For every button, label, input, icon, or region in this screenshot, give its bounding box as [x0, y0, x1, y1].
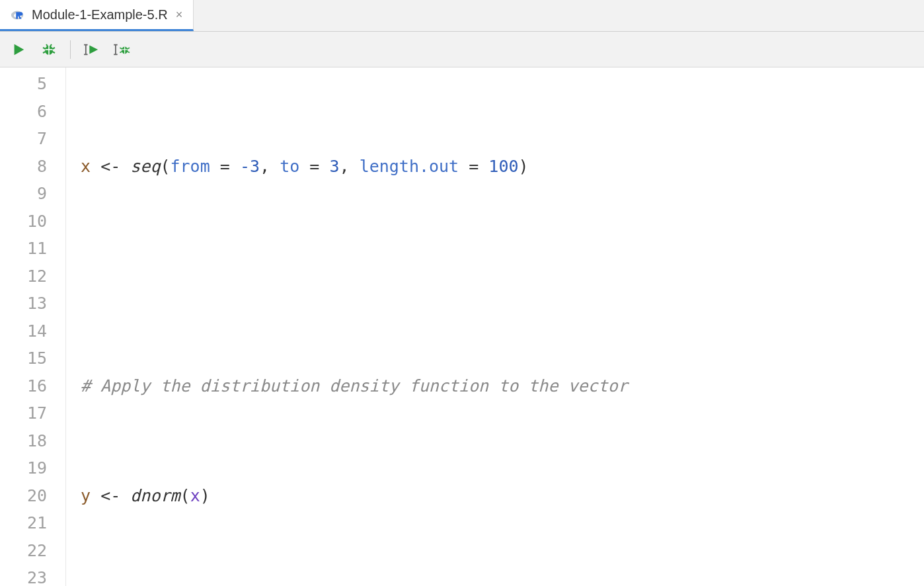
line-number: 7 [0, 125, 47, 153]
line-number: 22 [0, 537, 47, 565]
svg-line-6 [52, 48, 55, 49]
run-selection-icon[interactable] [83, 40, 101, 59]
svg-line-7 [43, 52, 46, 53]
line-number: 13 [0, 290, 47, 317]
code-line: y <- dnorm(x) [81, 482, 866, 510]
line-number: 11 [0, 235, 47, 263]
close-tab-icon[interactable]: × [174, 8, 184, 22]
svg-line-23 [127, 51, 130, 52]
r-file-icon [11, 7, 25, 22]
toolbar-separator [70, 40, 71, 59]
svg-line-5 [43, 48, 46, 49]
svg-line-21 [127, 48, 130, 49]
run-icon[interactable] [9, 40, 28, 59]
svg-line-9 [46, 44, 48, 46]
tab-title: Module-1-Example-5.R [32, 7, 168, 22]
line-number: 17 [0, 399, 47, 427]
debug-icon[interactable] [40, 40, 58, 59]
debug-selection-icon[interactable] [113, 40, 132, 59]
line-number: 10 [0, 208, 47, 235]
code-line: # Apply the distribution density functio… [81, 372, 866, 400]
svg-line-10 [50, 44, 52, 46]
line-number: 6 [0, 98, 47, 126]
code-content[interactable]: x <- seq(from = -3, to = 3, length.out =… [66, 67, 866, 586]
svg-line-8 [52, 52, 55, 53]
line-number: 9 [0, 180, 47, 208]
line-number: 20 [0, 482, 47, 510]
line-number: 19 [0, 454, 47, 482]
code-line: x <- seq(from = -3, to = 3, length.out =… [81, 153, 866, 181]
line-number: 5 [0, 70, 47, 98]
line-number: 14 [0, 317, 47, 345]
tab-bar: Module-1-Example-5.R × [0, 0, 924, 32]
line-number: 18 [0, 427, 47, 455]
svg-line-20 [120, 48, 122, 49]
line-number: 21 [0, 509, 47, 537]
line-number: 12 [0, 263, 47, 290]
code-line [81, 263, 866, 290]
toolbar [0, 32, 924, 67]
file-tab[interactable]: Module-1-Example-5.R × [0, 0, 194, 31]
line-number: 8 [0, 153, 47, 181]
line-number: 16 [0, 372, 47, 400]
line-number-gutter: 567891011121314151617181920212223 [0, 67, 66, 586]
line-number: 23 [0, 564, 47, 586]
line-number: 15 [0, 345, 47, 372]
svg-line-22 [120, 51, 122, 52]
code-editor[interactable]: 567891011121314151617181920212223 x <- s… [0, 67, 924, 586]
